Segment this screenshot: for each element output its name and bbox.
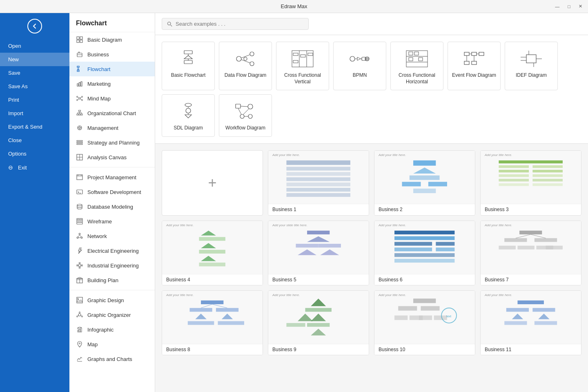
sidebar-item-graphic-design[interactable]: Graphic Design: [69, 293, 155, 307]
sidebar-item-software[interactable]: Software Development: [69, 185, 155, 199]
svg-line-58: [78, 235, 80, 237]
svg-rect-104: [308, 53, 313, 56]
svg-rect-185: [394, 230, 454, 234]
sidebar-item-network[interactable]: Network: [69, 229, 155, 243]
svg-rect-208: [218, 321, 244, 325]
diagram-type-sdl[interactable]: SDL Diagram: [162, 94, 215, 137]
svg-rect-158: [410, 175, 440, 180]
svg-point-94: [250, 52, 254, 56]
add-title-1: Add your title here.: [272, 153, 300, 157]
diagram-type-data-flow[interactable]: Data Flow Diagram: [219, 42, 272, 90]
sidebar-item-new[interactable]: New: [0, 53, 69, 66]
sidebar-item-flowchart[interactable]: Flowchart: [69, 62, 155, 76]
business-1-preview: [273, 155, 363, 200]
template-business-11[interactable]: Add your title here. Business 11: [480, 290, 581, 355]
sidebar-item-graphs-charts[interactable]: Graphs and Charts: [69, 352, 155, 366]
diagram-type-cross-functional-horizontal[interactable]: Cross Functional Horizontal: [390, 42, 443, 90]
template-business-1[interactable]: Add your title here. Business 1: [268, 150, 369, 216]
add-title-3: Add your title here.: [485, 153, 512, 157]
close-button[interactable]: ✕: [576, 3, 585, 10]
template-business-3[interactable]: Add your title here.: [480, 150, 581, 216]
bpmn-icon: [348, 50, 371, 68]
svg-marker-206: [222, 314, 233, 319]
svg-rect-224: [434, 315, 447, 320]
sidebar-item-mindmap[interactable]: Mind Map: [69, 91, 155, 106]
bar-icon: [76, 80, 83, 87]
diagram-type-cross-functional-vertical[interactable]: Cross Functional Vertical: [276, 42, 329, 90]
search-input[interactable]: [176, 21, 303, 27]
template-business-5[interactable]: Add your slide title here. Business 5: [268, 220, 369, 285]
business-5-thumb: Add your slide title here.: [268, 221, 369, 274]
diagram-type-workflow[interactable]: Workflow Diagram: [219, 94, 272, 137]
business-9-thumb: Add your title here.: [268, 291, 369, 344]
sidebar-item-org-chart[interactable]: Organizational Chart: [69, 106, 155, 120]
svg-point-106: [350, 56, 355, 61]
svg-rect-153: [287, 183, 351, 186]
template-business-8[interactable]: Add your title here.: [162, 290, 263, 355]
svg-rect-80: [78, 330, 79, 332]
sidebar-item-save[interactable]: Save: [0, 66, 69, 80]
sidebar-item-database[interactable]: Database Modeling: [69, 199, 155, 214]
svg-rect-124: [464, 61, 469, 65]
chart-icon: [76, 355, 83, 363]
event-flow-label: Event Flow Diagram: [452, 72, 496, 79]
sidebar-item-print[interactable]: Print: [0, 93, 69, 107]
svg-rect-219: [399, 306, 417, 310]
sidebar-item-electrical[interactable]: Electrical Engineering: [69, 243, 155, 258]
minimize-button[interactable]: —: [552, 3, 562, 10]
mid-sidebar: Flowchart Basic Diagram Business Flowcha…: [69, 13, 155, 392]
svg-rect-90: [184, 60, 192, 64]
business-3-label: Business 3: [481, 204, 581, 215]
svg-rect-191: [394, 253, 454, 257]
svg-rect-176: [199, 249, 225, 253]
svg-point-86: [167, 22, 170, 24]
svg-rect-204: [216, 308, 238, 312]
svg-line-21: [80, 97, 82, 98]
svg-rect-179: [307, 230, 330, 234]
sidebar-item-saveas[interactable]: Save As: [0, 80, 69, 93]
sidebar-item-wireframe[interactable]: Wireframe: [69, 214, 155, 229]
sidebar-item-open[interactable]: Open: [0, 39, 69, 53]
maximize-button[interactable]: □: [565, 3, 573, 10]
diagram-type-idef[interactable]: IDEF Diagram: [505, 42, 558, 90]
svg-rect-23: [79, 110, 81, 111]
sidebar-item-import[interactable]: Import: [0, 107, 69, 120]
template-business-7[interactable]: Add your title here.: [480, 220, 581, 285]
sidebar-item-infographic[interactable]: Infographic: [69, 322, 155, 337]
saveas-label: Save As: [8, 83, 28, 89]
svg-point-93: [236, 56, 241, 61]
sidebar-item-business[interactable]: Business: [69, 47, 155, 62]
sidebar-item-industrial[interactable]: Industrial Engineering: [69, 258, 155, 273]
sidebar-item-export[interactable]: Export & Send: [0, 120, 69, 134]
business-5-label: Business 5: [268, 274, 369, 285]
template-business-2[interactable]: Add your title here. Business 2: [374, 150, 475, 216]
diagram-type-bpmn[interactable]: BPMN: [333, 42, 386, 90]
template-business-4[interactable]: Add your title here. Business 4: [162, 220, 263, 285]
workflow-icon-area: [233, 101, 258, 122]
diagram-type-event-flow[interactable]: Event Flow Diagram: [448, 42, 501, 90]
template-business-6[interactable]: Add your title here. Business 6: [374, 220, 475, 285]
svg-line-87: [170, 24, 172, 26]
sidebar-item-project[interactable]: Project Management: [69, 170, 155, 185]
diagram-type-basic-flowchart[interactable]: Basic Flowchart: [162, 42, 215, 90]
sidebar-item-building[interactable]: Building Plan: [69, 273, 155, 287]
sidebar-item-exit[interactable]: ⊖ Exit: [0, 160, 69, 174]
svg-rect-150: [287, 167, 351, 170]
business-1-label: Business 1: [268, 204, 369, 215]
svg-rect-190: [436, 247, 455, 251]
sidebar-item-map[interactable]: Map: [69, 337, 155, 352]
sidebar-item-analysis[interactable]: Analysis Canvas: [69, 150, 155, 165]
sidebar-item-close[interactable]: Close: [0, 134, 69, 147]
sidebar-item-marketing[interactable]: Marketing: [69, 76, 155, 91]
new-blank-card[interactable]: +: [162, 150, 263, 216]
svg-rect-64: [77, 265, 78, 266]
template-business-10[interactable]: Add your title here. text: [374, 290, 475, 355]
sidebar-item-graphic-organizer[interactable]: Graphic Organizer: [69, 307, 155, 322]
sidebar-item-strategy[interactable]: Strategy and Planning: [69, 135, 155, 150]
back-button[interactable]: [27, 19, 42, 33]
svg-rect-105: [293, 60, 298, 63]
template-business-9[interactable]: Add your title here. Business 9: [268, 290, 369, 355]
sidebar-item-basic-diagram[interactable]: Basic Diagram: [69, 32, 155, 47]
sidebar-item-options[interactable]: Options: [0, 147, 69, 160]
sidebar-item-management[interactable]: Management: [69, 120, 155, 135]
